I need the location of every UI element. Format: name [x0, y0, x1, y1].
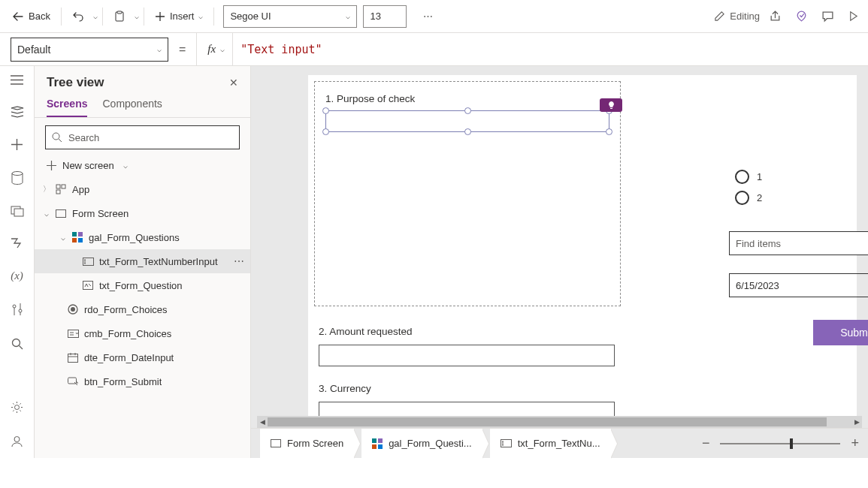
resize-handle[interactable] [464, 107, 471, 114]
tree-item-app[interactable]: 〉 App [35, 177, 250, 201]
scrollbar-thumb[interactable] [268, 417, 827, 426]
zoom-slider[interactable] [720, 443, 840, 444]
power-automate-icon[interactable] [0, 235, 34, 252]
settings-icon[interactable] [0, 398, 34, 417]
svg-point-9 [14, 437, 20, 442]
svg-rect-18 [78, 238, 83, 242]
tab-components[interactable]: Components [102, 98, 162, 117]
radio-option-1[interactable]: 1 [735, 170, 762, 184]
insert-rail-icon[interactable] [0, 136, 34, 153]
svg-point-7 [12, 339, 20, 347]
tree-item-formscreen[interactable]: ⌵ Form Screen [35, 201, 250, 225]
textinput-icon [83, 258, 95, 266]
tab-screens[interactable]: Screens [47, 98, 87, 117]
zoom-in-button[interactable]: + [851, 435, 859, 451]
date-value: 6/15/2023 [730, 280, 868, 291]
svg-rect-12 [62, 185, 65, 188]
ideas-badge[interactable] [600, 98, 622, 112]
horizontal-scrollbar[interactable]: ◀ ▶ [257, 416, 862, 428]
plus-icon [155, 11, 165, 22]
svg-point-22 [71, 307, 75, 312]
tree-item-combo[interactable]: cmb_Form_Choices [35, 321, 250, 345]
more-formatting[interactable]: ⋯ [417, 8, 439, 25]
zoom-thumb[interactable] [790, 438, 793, 449]
text-input-control[interactable] [319, 345, 615, 366]
tree-search[interactable]: Search [45, 125, 240, 149]
selected-control[interactable] [325, 110, 609, 132]
fx-chevron[interactable]: ⌵ [220, 45, 225, 53]
breadcrumb-control[interactable]: txt_Form_TextNu... [490, 429, 611, 458]
new-screen-button[interactable]: New screen ⌵ [35, 157, 250, 177]
gallery-template[interactable]: 1. Purpose of check [314, 81, 621, 306]
svg-rect-14 [56, 209, 66, 217]
virtual-agent-icon[interactable] [0, 432, 34, 450]
label-icon [83, 281, 95, 290]
undo-chevron[interactable]: ⌵ [93, 12, 98, 20]
breadcrumb-gallery[interactable]: gal_Form_Questi... [361, 429, 482, 458]
radio-group[interactable]: 1 2 [735, 170, 762, 205]
chevron-down-icon: ⌵ [59, 233, 68, 242]
resize-handle[interactable] [464, 128, 471, 135]
tree-view-icon[interactable] [0, 103, 34, 121]
close-icon[interactable]: ✕ [229, 77, 238, 89]
font-size-select[interactable]: 13 [363, 5, 407, 28]
media-icon[interactable] [0, 203, 34, 220]
formula-input[interactable]: "Text input" [233, 43, 868, 56]
paste-chevron[interactable]: ⌵ [135, 12, 139, 20]
separator [213, 8, 214, 26]
tree-item-button[interactable]: btn_Form_Submit [35, 369, 250, 393]
font-name: Segoe UI [230, 11, 271, 22]
more-icon[interactable]: ⋯ [234, 255, 244, 267]
tree-item-date[interactable]: dte_Form_DateInput [35, 345, 250, 369]
svg-point-10 [53, 133, 59, 140]
chevron-down-icon: ⌵ [346, 12, 350, 20]
svg-rect-15 [72, 232, 77, 236]
datepicker-control[interactable]: 6/15/2023 [729, 273, 868, 297]
zoom-out-button[interactable]: − [702, 435, 710, 451]
chevron-right-icon: 〉 [42, 184, 51, 194]
tree-item-txtquestion[interactable]: txt_Form_Question [35, 273, 250, 297]
paste-button[interactable] [107, 8, 132, 26]
scroll-right-icon[interactable]: ▶ [851, 416, 862, 428]
svg-point-6 [19, 309, 22, 312]
canvas-viewport[interactable]: 1. Purpose of check [251, 66, 868, 416]
submit-button[interactable]: Submit [813, 320, 868, 345]
bottom-bar: Form Screen gal_Form_Questi... txt_Form_… [251, 428, 868, 458]
combobox-control[interactable]: Find items [729, 231, 868, 255]
radio-option-2[interactable]: 2 [735, 191, 762, 205]
hamburger-icon[interactable] [0, 72, 34, 88]
scroll-left-icon[interactable]: ◀ [257, 416, 268, 428]
tree-item-radio[interactable]: rdo_Form_Choices [35, 297, 250, 321]
tree-item-gallery[interactable]: ⌵ gal_Form_Questions [35, 225, 250, 249]
advanced-tools-icon[interactable] [0, 300, 34, 320]
resize-handle[interactable] [322, 128, 329, 135]
share-icon[interactable] [769, 10, 782, 23]
fx-label: fx [207, 43, 216, 56]
comments-icon[interactable] [821, 10, 834, 23]
radio-icon [735, 191, 749, 205]
insert-button[interactable]: Insert ⌵ [149, 8, 210, 25]
breadcrumb-label: txt_Form_TextNu... [518, 438, 600, 449]
preview-icon[interactable] [848, 10, 859, 23]
app-checker-icon[interactable] [795, 10, 808, 23]
resize-handle[interactable] [322, 107, 329, 114]
radio-icon [735, 170, 749, 184]
text-input-control[interactable] [319, 402, 615, 416]
svg-rect-16 [78, 232, 83, 236]
chevron-down-icon: ⌵ [157, 45, 162, 53]
data-icon[interactable] [0, 168, 34, 188]
variables-icon[interactable]: (x) [0, 267, 34, 285]
formula-bar: Default ⌵ = fx ⌵ "Text input" [0, 33, 868, 66]
search-rail-icon[interactable] [0, 335, 34, 353]
svg-rect-17 [72, 238, 77, 242]
font-select[interactable]: Segoe UI ⌵ [223, 5, 357, 28]
editing-mode[interactable]: Editing [708, 8, 766, 25]
breadcrumb-screen[interactable]: Form Screen [260, 429, 354, 458]
svg-rect-27 [271, 440, 281, 447]
separator [102, 8, 103, 26]
tree-item-txtinput[interactable]: txt_Form_TextNumberInput ⋯ [35, 249, 250, 273]
resize-handle[interactable] [606, 128, 612, 135]
undo-button[interactable] [66, 8, 90, 26]
property-select[interactable]: Default ⌵ [11, 38, 168, 62]
back-button[interactable]: Back [6, 8, 56, 26]
